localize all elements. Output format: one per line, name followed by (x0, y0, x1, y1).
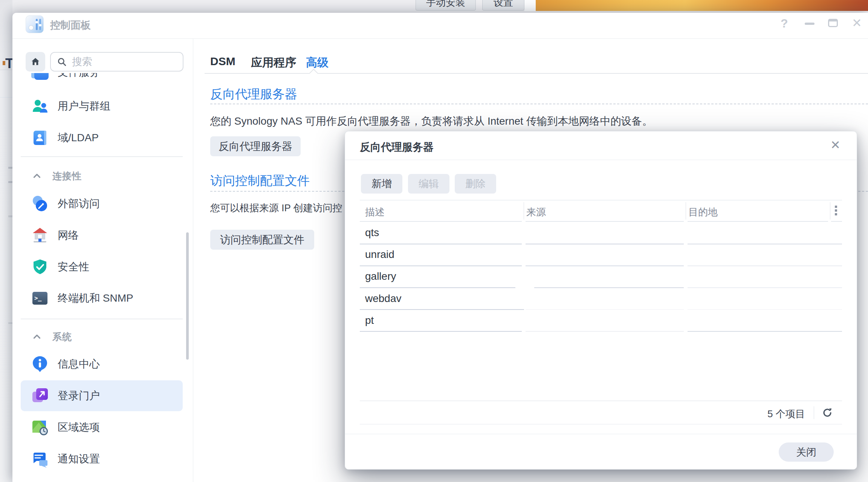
sidebar-item-label: 通知设置 (58, 452, 100, 466)
manual-install-button[interactable]: 手动安装 (416, 0, 476, 11)
reverse-proxy-button-label: 反向代理服务器 (219, 139, 292, 154)
dialog-close-icon[interactable]: ✕ (830, 138, 840, 152)
column-separator[interactable] (524, 202, 524, 220)
sidebar-item-notification-settings[interactable]: 通知设置 (31, 443, 100, 475)
background-line (0, 70, 12, 70)
sidebar-item-label: 文件服务 (58, 73, 100, 79)
search-placeholder: 搜索 (72, 55, 92, 69)
row-separator (360, 244, 522, 244)
sidebar-item-security[interactable]: 安全性 (31, 251, 89, 283)
table-row-description[interactable]: webdav (365, 293, 402, 305)
sidebar-section-system[interactable]: 系统 (31, 325, 72, 348)
column-header-source[interactable]: 来源 (526, 206, 546, 219)
sidebar-item-terminal-snmp[interactable]: >_ 终端机和 SNMP (31, 282, 133, 314)
table-row-description[interactable]: gallery (365, 270, 396, 282)
header-bottom-border (360, 221, 522, 222)
regional-options-icon (31, 419, 49, 436)
sidebar-item-login-portal[interactable]: 登录门户 (31, 380, 100, 412)
column-header-destination[interactable]: 目的地 (688, 206, 718, 219)
edit-button[interactable]: 编辑 (408, 174, 449, 194)
background-white-gap (524, 0, 536, 11)
section-heading-access-control[interactable]: 访问控制配置文件 (210, 172, 310, 189)
tab-dsm[interactable]: DSM (210, 55, 235, 68)
sidebar-item-info-center[interactable]: 信息中心 (31, 348, 100, 380)
section-label: 系统 (52, 331, 72, 343)
sidebar-divider (193, 39, 193, 482)
terminal-icon: >_ (31, 290, 49, 307)
section-heading-reverse-proxy[interactable]: 反向代理服务器 (210, 86, 297, 103)
external-access-icon (31, 195, 49, 212)
row-separator (688, 331, 842, 332)
sidebar-item-label: 域/LDAP (58, 131, 99, 145)
titlebar-separator (12, 38, 868, 39)
statusbar-divider (814, 406, 814, 419)
tab-applications[interactable]: 应用程序 (251, 55, 296, 70)
table-row-description[interactable]: unraid (365, 249, 394, 261)
background-line (0, 97, 12, 98)
column-separator[interactable] (830, 202, 830, 220)
add-button-label: 新增 (371, 177, 392, 191)
row-separator (526, 331, 684, 332)
close-button-label: 关闭 (796, 445, 816, 459)
section-description: 您的 Synology NAS 可用作反向代理服务器，负责将请求从 Intern… (210, 114, 653, 128)
table-row-description[interactable]: pt (365, 314, 374, 326)
row-separator (526, 244, 684, 244)
close-window-icon[interactable]: ✕ (852, 16, 862, 30)
row-separator (360, 309, 524, 310)
edit-button-label: 编辑 (419, 177, 439, 191)
table-top-border (360, 200, 842, 200)
sidebar-item-users-groups[interactable]: 用户与群组 (31, 90, 110, 122)
sidebar-divider-line (21, 319, 183, 319)
login-portal-icon (31, 387, 49, 404)
sidebar-item-file-services-clipped[interactable]: 文件服务 (31, 73, 152, 83)
app-icon-knob (39, 24, 41, 26)
sidebar-item-label: 外部访问 (58, 197, 100, 211)
column-separator[interactable] (686, 202, 686, 220)
add-button[interactable]: 新增 (361, 174, 402, 194)
search-input[interactable]: 搜索 (50, 52, 183, 72)
info-center-icon (31, 355, 49, 373)
close-button[interactable]: 关闭 (779, 442, 834, 462)
help-icon[interactable]: ? (781, 17, 788, 31)
item-count-label: 5 个项目 (767, 407, 804, 421)
background-left-strip (0, 0, 12, 482)
sidebar-item-regional-options[interactable]: 区域选项 (31, 412, 100, 443)
sidebar-section-connectivity[interactable]: 连接性 (31, 165, 82, 187)
sidebar-item-label: 终端机和 SNMP (58, 291, 133, 305)
maximize-icon[interactable] (828, 19, 838, 27)
table-row-description[interactable]: qts (365, 227, 379, 239)
notification-settings-icon (31, 450, 49, 468)
home-button[interactable] (26, 52, 45, 72)
security-shield-icon (31, 258, 49, 276)
chevron-up-icon (31, 170, 43, 182)
sidebar-item-network[interactable]: 网络 (31, 220, 79, 251)
row-separator (526, 309, 684, 310)
sidebar-item-external-access[interactable]: 外部访问 (31, 188, 100, 220)
wallpaper-image (536, 0, 868, 11)
home-icon (30, 56, 41, 67)
access-control-button-label: 访问控制配置文件 (220, 233, 304, 247)
delete-button[interactable]: 删除 (455, 174, 496, 194)
settings-label: 设置 (494, 0, 513, 8)
statusbar-top-border (360, 401, 842, 401)
refresh-icon[interactable] (822, 407, 833, 418)
header-bottom-border (526, 221, 684, 222)
sidebar-item-label: 信息中心 (58, 357, 100, 371)
header-bottom-border (688, 221, 828, 222)
column-header-description[interactable]: 描述 (365, 206, 385, 219)
dialog-header-separator (345, 160, 857, 160)
sidebar-item-domain-ldap[interactable]: 域/LDAP (31, 122, 99, 154)
tab-advanced[interactable]: 高级 (306, 55, 329, 70)
column-options-kebab-icon[interactable] (835, 206, 837, 217)
app-icon-slider (36, 19, 38, 30)
reverse-proxy-button[interactable]: 反向代理服务器 (210, 136, 301, 156)
svg-text:>_: >_ (34, 294, 42, 302)
search-icon (57, 57, 67, 67)
users-groups-icon (31, 98, 49, 115)
row-separator (688, 287, 842, 288)
sidebar-scrollbar[interactable] (186, 232, 189, 360)
row-separator (360, 331, 522, 332)
settings-button[interactable]: 设置 (482, 0, 524, 11)
minimize-icon[interactable] (805, 23, 815, 25)
access-control-button[interactable]: 访问控制配置文件 (210, 230, 314, 250)
